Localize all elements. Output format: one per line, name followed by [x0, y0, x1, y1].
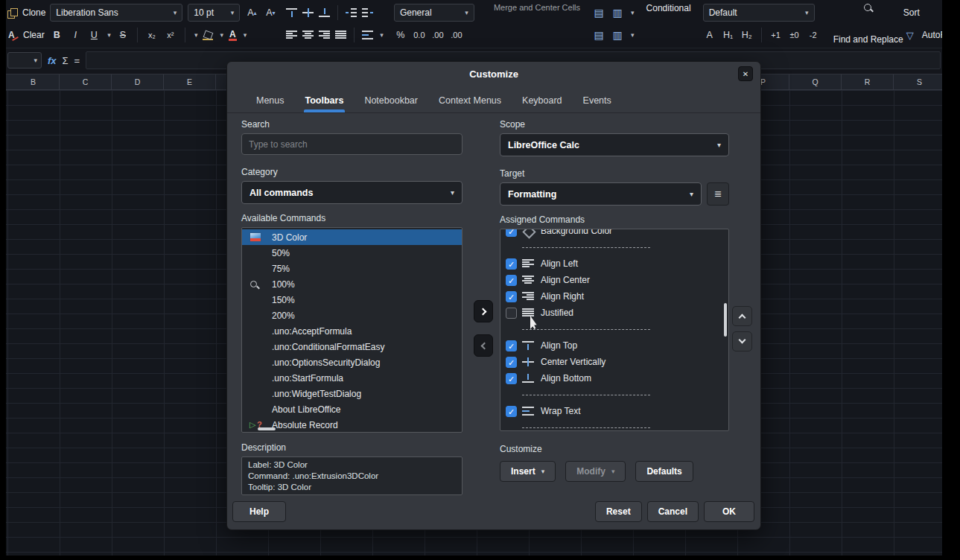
command-checkbox[interactable] — [506, 357, 517, 368]
assigned-command-row[interactable]: Background Color — [500, 229, 728, 239]
clone-formatting-icon[interactable] — [7, 8, 17, 18]
assigned-command-row[interactable] — [500, 386, 728, 403]
number-format-combo[interactable]: General — [394, 4, 474, 22]
move-down-button[interactable] — [732, 331, 752, 351]
assigned-command-row[interactable]: Center Vertically — [500, 354, 728, 370]
add-decimal-button[interactable]: .00 — [431, 27, 445, 43]
vertical-scrollbar-thumb[interactable] — [724, 303, 727, 337]
superscript-button[interactable]: x² — [164, 27, 177, 43]
assigned-commands-list[interactable]: Background Color Align Left — [500, 229, 729, 431]
cell-style-combo[interactable]: Default — [703, 4, 815, 22]
merge-and-center-label[interactable]: Merge and Center Cells — [494, 3, 580, 12]
subscript-button[interactable]: x₂ — [145, 27, 159, 43]
merge-variant-icon[interactable] — [611, 6, 624, 19]
underline-caret-icon[interactable] — [107, 32, 111, 39]
available-command-row[interactable]: 3D Color — [242, 229, 462, 245]
command-checkbox[interactable] — [506, 258, 517, 270]
merge-variant-icon[interactable] — [611, 28, 624, 42]
category-combo[interactable]: All commands — [241, 181, 462, 204]
column-header[interactable]: D — [112, 74, 164, 89]
column-header[interactable]: C — [60, 74, 112, 89]
defaults-button[interactable]: Defaults — [635, 461, 693, 482]
move-up-button[interactable] — [732, 306, 752, 326]
close-icon[interactable] — [738, 66, 753, 81]
assigned-command-row[interactable] — [500, 419, 728, 431]
add-command-button[interactable] — [474, 300, 493, 322]
autosum-button[interactable]: Σ — [63, 55, 69, 66]
background-color-icon[interactable] — [203, 31, 213, 40]
merge-variant-icon[interactable] — [592, 28, 605, 42]
italic-button[interactable]: I — [69, 27, 82, 43]
available-command-row[interactable]: Absolute Record — [242, 417, 462, 433]
chevron-down-icon[interactable] — [465, 10, 468, 16]
merge-variant-caret-icon[interactable] — [631, 32, 635, 39]
available-command-row[interactable]: .uno:ConditionalFormatEasy — [242, 339, 462, 354]
available-command-row[interactable]: 75% — [242, 261, 462, 276]
align-right-icon[interactable] — [319, 31, 330, 39]
decrease-indent-button[interactable]: -2 — [807, 27, 820, 43]
find-replace-group[interactable]: Find and Replace — [833, 3, 903, 45]
align-bottom-icon[interactable] — [319, 8, 330, 17]
assigned-command-row[interactable]: Wrap Text — [500, 403, 728, 419]
clear-label[interactable]: Clear — [23, 30, 45, 40]
available-command-row[interactable]: 50% — [242, 245, 462, 261]
help-button[interactable]: Help — [232, 501, 286, 522]
heading2-style-button[interactable]: H₂ — [740, 27, 754, 43]
column-header[interactable]: E — [164, 74, 216, 89]
center-vertically-icon[interactable] — [302, 8, 314, 17]
heading1-style-button[interactable]: H₁ — [722, 27, 735, 43]
hamburger-menu-button[interactable] — [707, 182, 729, 206]
font-color-icon[interactable]: A — [229, 30, 237, 41]
available-command-row[interactable]: .uno:StartFormula — [242, 370, 462, 386]
insert-button[interactable]: Insert — [500, 461, 556, 482]
find-replace-label[interactable]: Find and Replace — [833, 34, 903, 45]
command-checkbox[interactable] — [506, 373, 517, 384]
column-header[interactable]: S — [894, 74, 942, 89]
borders-caret-icon[interactable] — [194, 32, 198, 39]
dialog-tab[interactable]: Notebookbar — [364, 89, 418, 112]
assigned-command-row[interactable]: Align Right — [500, 288, 728, 305]
justified-icon[interactable] — [335, 31, 346, 39]
conditional-label[interactable]: Conditional — [646, 3, 691, 13]
find-replace-icon[interactable] — [863, 3, 874, 13]
decrease-indent-icon[interactable] — [346, 8, 357, 17]
assigned-command-row[interactable]: Align Center — [500, 272, 728, 288]
command-checkbox[interactable] — [506, 340, 517, 351]
align-left-icon[interactable] — [286, 31, 297, 39]
available-command-row[interactable]: 100% — [242, 276, 462, 292]
increase-indent-button[interactable]: +1 — [769, 27, 783, 43]
background-color-caret-icon[interactable] — [220, 32, 223, 39]
command-checkbox[interactable] — [506, 308, 517, 319]
search-input[interactable] — [241, 133, 462, 155]
assigned-command-row[interactable]: Align Top — [500, 337, 728, 354]
merge-variant-caret-icon[interactable] — [631, 10, 635, 16]
font-name-combo[interactable]: Liberation Sans — [50, 4, 182, 22]
align-center-icon[interactable] — [302, 31, 314, 39]
name-box[interactable] — [7, 52, 42, 69]
horizontal-scrollbar-thumb[interactable] — [258, 427, 276, 430]
scope-combo[interactable]: LibreOffice Calc — [500, 133, 729, 156]
command-checkbox[interactable] — [506, 406, 517, 417]
autofilter-label[interactable]: AutoFilter — [922, 30, 942, 40]
chevron-down-icon[interactable] — [690, 191, 693, 198]
available-command-row[interactable]: .uno:OptionsSecurityDialog — [242, 354, 462, 370]
function-wizard-button[interactable]: fx — [48, 55, 57, 66]
available-command-row[interactable]: 150% — [242, 292, 462, 308]
chevron-down-icon[interactable] — [717, 141, 721, 149]
command-checkbox[interactable] — [506, 275, 517, 286]
strikethrough-button[interactable]: S — [116, 27, 130, 43]
dialog-tab[interactable]: Keyboard — [522, 89, 562, 112]
cancel-button[interactable]: Cancel — [647, 501, 699, 522]
merge-variant-icon[interactable] — [592, 6, 605, 19]
available-command-row[interactable]: .uno:WidgetTestDialog — [242, 386, 462, 401]
dialog-tab[interactable]: Events — [583, 89, 611, 112]
assigned-command-row[interactable]: Align Bottom — [500, 370, 728, 386]
conditional-group[interactable]: Conditional — [646, 3, 691, 45]
command-checkbox[interactable] — [506, 291, 517, 302]
assigned-command-row[interactable]: Align Left — [500, 255, 728, 272]
name-box-caret-icon[interactable] — [34, 57, 37, 64]
ok-button[interactable]: OK — [704, 501, 754, 522]
number-format-decimal-button[interactable]: 0.0 — [413, 27, 426, 43]
available-commands-list[interactable]: 3D Color 50% 75% 100% 150% — [241, 227, 462, 433]
available-command-row[interactable]: .uno:AcceptFormula — [242, 323, 462, 339]
